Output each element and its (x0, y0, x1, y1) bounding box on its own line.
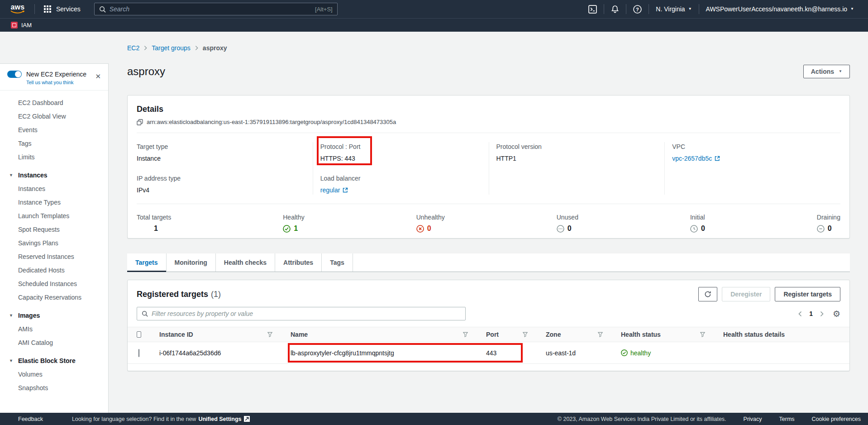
sidebar-item-spot-requests[interactable]: Spot Requests (0, 223, 108, 236)
refresh-button[interactable] (698, 287, 717, 301)
instance-id-link[interactable]: i-06f1744a6a25d36d6 (150, 349, 281, 357)
feedback-link[interactable]: Feedback (18, 416, 43, 422)
region-selector[interactable]: N. Virginia ▼ (649, 5, 698, 13)
iam-label: IAM (21, 22, 32, 29)
tab-targets[interactable]: Targets (127, 253, 167, 272)
services-grid-icon (44, 5, 51, 13)
help-button[interactable]: ? (626, 5, 649, 14)
stat-count: 0 (568, 224, 572, 233)
sidebar-item-amis[interactable]: AMIs (0, 322, 108, 336)
field-label: Target type (137, 142, 313, 151)
tell-us-link[interactable]: Tell us what you think (26, 80, 101, 85)
sidebar-item-limits[interactable]: Limits (0, 150, 108, 164)
sidebar-item-instances[interactable]: Instances (0, 182, 108, 196)
account-menu[interactable]: AWSPowerUserAccess/navaneeth.kn@harness.… (699, 5, 861, 13)
details-panel: Details arn:aws:elasticloadbalancing:us-… (127, 95, 850, 239)
external-link-icon (343, 187, 348, 193)
new-experience-block: New EC2 Experience Tell us what you thin… (0, 64, 108, 91)
services-menu-button[interactable]: Services (41, 5, 83, 13)
privacy-link[interactable]: Privacy (744, 416, 762, 422)
column-name[interactable]: Name (281, 331, 477, 338)
close-icon[interactable]: ✕ (95, 73, 101, 80)
new-experience-toggle[interactable] (7, 71, 22, 78)
terms-link[interactable]: Terms (779, 416, 795, 422)
main-content: EC2 Target groups asproxy asproxy Action… (109, 32, 868, 413)
chevron-down-icon: ▼ (9, 168, 13, 182)
filter-funnel-icon[interactable] (598, 332, 603, 337)
field-load-balancer: Load balancer regular (313, 174, 489, 195)
filter-input[interactable] (152, 310, 461, 317)
sidebar-section-images[interactable]: ▼ Images (0, 309, 108, 322)
column-port[interactable]: Port (477, 331, 537, 338)
filter-box[interactable] (137, 307, 466, 320)
sidebar-item-instance-types[interactable]: Instance Types (0, 196, 108, 209)
sidebar-item-launch-templates[interactable]: Launch Templates (0, 209, 108, 223)
current-page-number[interactable]: 1 (807, 310, 815, 317)
search-icon (142, 310, 148, 317)
previous-page-button[interactable] (798, 311, 802, 317)
sidebar-item-reserved-instances[interactable]: Reserved Instances (0, 250, 108, 263)
field-spacer (489, 174, 665, 195)
global-search[interactable]: [Alt+S] (94, 3, 338, 15)
aws-logo-text: aws (10, 4, 24, 10)
unified-settings-link[interactable]: Unified Settings (198, 416, 241, 422)
copy-icon[interactable] (137, 119, 143, 125)
tab-tags[interactable]: Tags (322, 253, 353, 272)
breadcrumb-ec2[interactable]: EC2 (127, 44, 139, 52)
search-icon (99, 6, 106, 13)
filter-funnel-icon[interactable] (463, 332, 468, 337)
sidebar-item-savings-plans[interactable]: Savings Plans (0, 236, 108, 250)
sidebar-item-tags[interactable]: Tags (0, 137, 108, 150)
row-checkbox[interactable] (138, 349, 139, 357)
sidebar-item-ec2-dashboard[interactable]: EC2 Dashboard (0, 96, 108, 110)
stat-count: 0 (828, 224, 832, 233)
search-input[interactable] (110, 5, 311, 13)
actions-button[interactable]: Actions ▼ (803, 65, 850, 78)
sidebar-item-volumes[interactable]: Volumes (0, 368, 108, 381)
field-value: HTTPS: 443 (320, 154, 489, 163)
ec2-navigation-panel: New EC2 Experience Tell us what you thin… (0, 63, 109, 413)
sidebar-item-dedicated-hosts[interactable]: Dedicated Hosts (0, 263, 108, 277)
table-settings-gear-icon[interactable]: ⚙ (833, 310, 840, 318)
chevron-right-icon (195, 45, 198, 51)
zone-cell: us-east-1d (537, 349, 612, 357)
sidebar-item-snapshots[interactable]: Snapshots (0, 381, 108, 395)
sidebar-section-instances[interactable]: ▼ Instances (0, 168, 108, 182)
tab-health-checks[interactable]: Health checks (216, 253, 275, 272)
favorite-iam-link[interactable]: IAM (7, 22, 32, 29)
filter-funnel-icon[interactable] (267, 332, 272, 337)
column-zone[interactable]: Zone (537, 331, 612, 338)
sidebar-item-scheduled-instances[interactable]: Scheduled Instances (0, 277, 108, 291)
cloudshell-button[interactable] (582, 5, 604, 14)
sidebar-item-events[interactable]: Events (0, 123, 108, 137)
registered-targets-actions: Deregister Register targets (698, 287, 840, 301)
chevron-down-icon: ▼ (9, 354, 13, 368)
registered-targets-panel: Registered targets (1) Deregister Regist… (127, 280, 850, 371)
breadcrumb-target-groups[interactable]: Target groups (152, 44, 191, 52)
column-health-status[interactable]: Health status (612, 331, 714, 338)
tab-monitoring[interactable]: Monitoring (167, 253, 216, 272)
cookie-preferences-link[interactable]: Cookie preferences (812, 416, 861, 422)
stat-total-targets: Total targets 1 (137, 214, 171, 233)
sidebar-item-ami-catalog[interactable]: AMI Catalog (0, 336, 108, 349)
column-label: Name (291, 331, 308, 338)
aws-logo[interactable]: aws (10, 4, 25, 14)
deregister-button[interactable]: Deregister (722, 287, 770, 301)
filter-funnel-icon[interactable] (523, 332, 528, 337)
column-instance-id[interactable]: Instance ID (150, 331, 281, 338)
sidebar-item-capacity-reservations[interactable]: Capacity Reservations (0, 291, 108, 304)
sidebar-section-elastic-block-store[interactable]: ▼ Elastic Block Store (0, 354, 108, 368)
notifications-button[interactable] (604, 5, 626, 13)
load-balancer-link[interactable]: regular (320, 186, 340, 195)
filter-funnel-icon[interactable] (700, 332, 705, 337)
register-targets-button[interactable]: Register targets (775, 287, 840, 301)
arn-row: arn:aws:elasticloadbalancing:us-east-1:3… (137, 119, 840, 125)
select-all-checkbox[interactable] (137, 331, 141, 338)
vpc-link[interactable]: vpc-2657db5c (672, 154, 712, 163)
row-select-cell (128, 349, 150, 357)
stat-label: Unhealthy (416, 214, 445, 221)
next-page-button[interactable] (820, 311, 824, 317)
sidebar-item-ec2-global-view[interactable]: EC2 Global View (0, 110, 108, 123)
sidebar-section-label: Elastic Block Store (18, 357, 76, 364)
tab-attributes[interactable]: Attributes (275, 253, 322, 272)
